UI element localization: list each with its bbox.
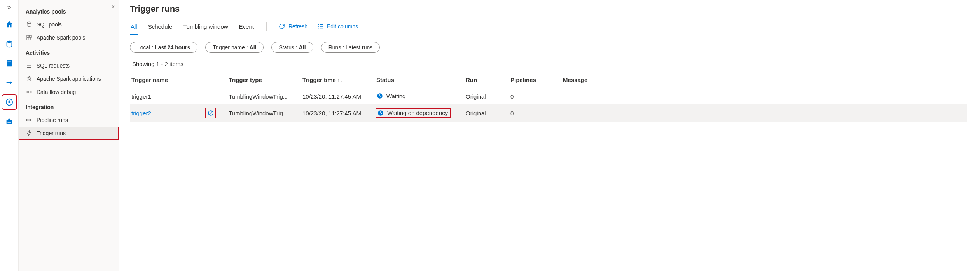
tab-event[interactable]: Event — [238, 21, 255, 35]
section-header-integration: Integration — [19, 99, 119, 113]
sidebar-item-pipeline-runs[interactable]: Pipeline runs — [19, 113, 119, 127]
sql-requests-icon — [26, 62, 33, 69]
nav-home-icon[interactable] — [3, 18, 16, 31]
filter-pills: Local : Last 24 hours Trigger name : All… — [130, 42, 969, 53]
svg-rect-5 — [6, 120, 12, 124]
trigger-type-tabs: All Schedule Tumbling window Event — [130, 21, 255, 35]
cell-status: Waiting on dependency — [375, 104, 464, 122]
expand-iconbar-button[interactable]: » — [7, 3, 11, 11]
main-content: Trigger runs All Schedule Tumbling windo… — [119, 0, 980, 271]
sql-pool-icon — [26, 21, 33, 28]
svg-rect-11 — [27, 38, 29, 40]
trigger-runs-icon — [26, 130, 33, 137]
clock-icon — [377, 109, 384, 116]
monitor-sidebar: « Analytics pools SQL pools Apache Spark… — [19, 0, 119, 271]
trigger-runs-table: Trigger name Trigger type Trigger time↑↓… — [130, 73, 967, 122]
nav-monitor-icon[interactable] — [3, 96, 16, 108]
cell-trigger-name: trigger1 — [130, 89, 227, 104]
col-message[interactable]: Message — [561, 73, 967, 89]
sidebar-item-sql-pools[interactable]: SQL pools — [19, 18, 119, 31]
filter-trigger-name[interactable]: Trigger name : All — [205, 42, 264, 53]
tab-tumbling-window[interactable]: Tumbling window — [182, 21, 229, 35]
spark-pool-icon — [26, 34, 33, 41]
section-header-analytics-pools: Analytics pools — [19, 3, 119, 18]
nav-develop-icon[interactable] — [3, 57, 16, 69]
refresh-button[interactable]: Refresh — [278, 23, 307, 33]
col-trigger-name[interactable]: Trigger name — [130, 73, 227, 89]
filter-local[interactable]: Local : Last 24 hours — [130, 42, 197, 53]
col-status[interactable]: Status — [375, 73, 464, 89]
collapse-sidebar-button[interactable]: « — [111, 3, 115, 10]
svg-point-12 — [27, 91, 29, 93]
tab-all[interactable]: All — [130, 21, 138, 35]
svg-point-4 — [8, 101, 10, 103]
clock-icon — [376, 92, 383, 99]
cell-trigger-type: TumblingWindowTrig... — [227, 89, 301, 104]
sidebar-item-label: Apache Spark pools — [37, 35, 85, 41]
sidebar-item-label: Data flow debug — [37, 89, 76, 95]
data-flow-debug-icon — [26, 89, 33, 96]
table-row[interactable]: trigger2 TumblingWindowTrig... 10/23/20,… — [130, 104, 967, 122]
tab-separator — [266, 22, 267, 31]
col-run[interactable]: Run — [464, 73, 509, 89]
cell-pipelines: 0 — [509, 104, 561, 122]
sidebar-item-sql-requests[interactable]: SQL requests — [19, 59, 119, 72]
cell-message — [561, 104, 967, 122]
nav-data-icon[interactable] — [3, 38, 16, 50]
sidebar-item-label: Pipeline runs — [37, 117, 68, 123]
svg-rect-6 — [8, 119, 10, 120]
svg-point-13 — [30, 91, 32, 93]
table-row[interactable]: trigger1 TumblingWindowTrig... 10/23/20,… — [130, 89, 967, 104]
tabs-row: All Schedule Tumbling window Event Refre… — [130, 21, 969, 35]
sidebar-item-data-flow-debug[interactable]: Data flow debug — [19, 85, 119, 99]
global-icon-bar: » — [0, 0, 19, 271]
cell-trigger-type: TumblingWindowTrig... — [227, 104, 301, 122]
sidebar-item-label: SQL requests — [37, 63, 70, 69]
sidebar-item-spark-apps[interactable]: Apache Spark applications — [19, 72, 119, 85]
spark-apps-icon — [26, 75, 33, 82]
svg-rect-2 — [7, 61, 11, 62]
cell-message — [561, 89, 967, 104]
edit-columns-button[interactable]: Edit columns — [317, 23, 358, 33]
pipeline-runs-icon — [26, 116, 33, 123]
sidebar-item-trigger-runs[interactable]: Trigger runs — [19, 127, 119, 140]
sidebar-item-label: Apache Spark applications — [37, 76, 101, 82]
cell-run: Original — [464, 104, 509, 122]
cell-pipelines: 0 — [509, 89, 561, 104]
sort-icon[interactable]: ↑↓ — [337, 77, 342, 83]
cell-trigger-name: trigger2 — [130, 104, 227, 122]
trigger-name-link[interactable]: trigger2 — [131, 110, 151, 116]
edit-columns-label: Edit columns — [327, 23, 358, 30]
cell-trigger-time: 10/23/20, 11:27:45 AM — [301, 104, 375, 122]
tab-schedule[interactable]: Schedule — [147, 21, 173, 35]
svg-rect-14 — [26, 119, 31, 121]
filter-runs[interactable]: Runs : Latest runs — [321, 42, 380, 53]
svg-rect-9 — [27, 35, 29, 37]
col-trigger-type[interactable]: Trigger type — [227, 73, 301, 89]
sidebar-item-label: Trigger runs — [37, 130, 66, 136]
svg-point-0 — [7, 41, 12, 43]
page-title: Trigger runs — [130, 4, 969, 14]
col-trigger-time[interactable]: Trigger time↑↓ — [301, 73, 375, 89]
svg-rect-7 — [7, 122, 11, 123]
cell-trigger-time: 10/23/20, 11:27:45 AM — [301, 89, 375, 104]
sidebar-item-spark-pools[interactable]: Apache Spark pools — [19, 31, 119, 44]
cell-status: Waiting — [375, 89, 464, 104]
stop-run-button[interactable] — [206, 108, 215, 118]
svg-point-8 — [27, 22, 31, 24]
nav-manage-icon[interactable] — [3, 115, 16, 128]
section-header-activities: Activities — [19, 44, 119, 59]
nav-integrate-icon[interactable] — [3, 76, 16, 89]
refresh-label: Refresh — [288, 23, 307, 30]
svg-rect-10 — [30, 35, 31, 37]
filter-status[interactable]: Status : All — [271, 42, 313, 53]
sidebar-item-label: SQL pools — [37, 21, 62, 28]
showing-count: Showing 1 - 2 items — [130, 61, 969, 67]
cell-run: Original — [464, 89, 509, 104]
col-pipelines[interactable]: Pipelines — [509, 73, 561, 89]
